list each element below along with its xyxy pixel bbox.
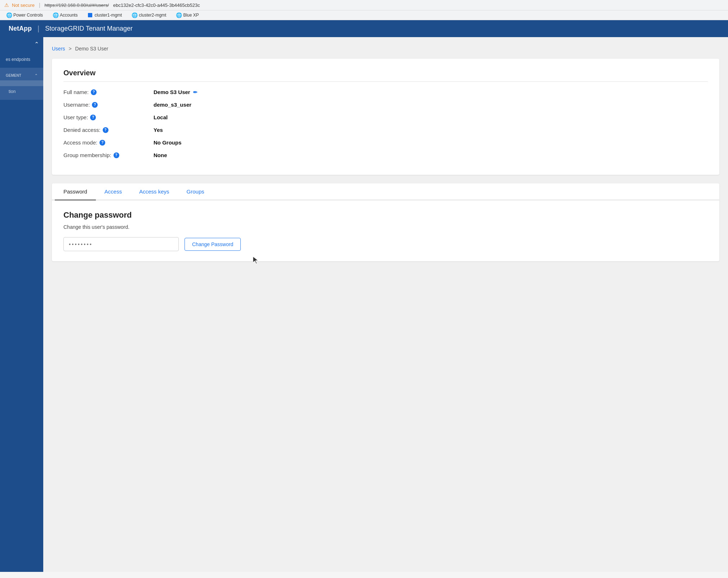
sidebar: ⌃ es endpoints GEMENT ⌃ tion (0, 37, 43, 572)
chevron-up-icon: ⌃ (35, 74, 37, 77)
group-membership-help-icon[interactable]: ? (114, 152, 119, 158)
tab-access-keys[interactable]: Access keys (130, 183, 178, 200)
bookmark-accounts[interactable]: 🌐 Accounts (51, 12, 80, 18)
sidebar-toggle[interactable]: ⌃ (0, 37, 43, 51)
brand-name: NetApp (9, 25, 32, 32)
sidebar-item-endpoints[interactable]: es endpoints (0, 54, 43, 65)
bookmark-label: cluster2-mgmt (139, 13, 166, 18)
overview-row-username: Username: ? demo_s3_user (63, 102, 708, 108)
chevron-up-icon: ⌃ (34, 41, 39, 48)
bookmark-power-controls[interactable]: 🌐 Power Controls (4, 12, 45, 18)
tabs-header: Password Access Access keys Groups (52, 183, 719, 200)
app-title: StorageGRID Tenant Manager (45, 25, 133, 32)
denied-access-label: Denied access: ? (63, 127, 154, 133)
full-name-label: Full name: ? (63, 89, 154, 95)
username-value: demo_s3_user (154, 102, 191, 108)
breadcrumb-parent[interactable]: Users (52, 46, 65, 52)
warning-icon: ⚠ (4, 2, 9, 8)
group-membership-label: Group membership: ? (63, 152, 154, 158)
url-separator: | (39, 2, 40, 8)
app-header: NetApp | StorageGRID Tenant Manager (0, 20, 728, 37)
overview-title: Overview (63, 69, 708, 82)
globe-icon: 🌐 (176, 13, 181, 18)
bookmark-label: Accounts (60, 13, 77, 18)
globe-icon: 🌐 (6, 13, 12, 18)
sidebar-section-endpoints: es endpoints (0, 51, 43, 68)
not-secure-label: Not secure (12, 3, 35, 8)
overview-card: Overview Full name: ? Demo S3 User ✏ Use… (52, 59, 719, 175)
main-layout: ⌃ es endpoints GEMENT ⌃ tion Users > Dem… (0, 37, 728, 572)
tab-groups[interactable]: Groups (178, 183, 213, 200)
change-password-desc: Change this user's password. (63, 224, 708, 230)
bookmark-label: Power Controls (13, 13, 43, 18)
full-name-edit-icon[interactable]: ✏ (193, 89, 197, 95)
breadcrumb: Users > Demo S3 User (52, 46, 719, 52)
access-mode-label: Access mode: ? (63, 139, 154, 146)
overview-row-access-mode: Access mode: ? No Groups (63, 139, 708, 146)
sidebar-item-tion[interactable]: tion (0, 86, 43, 97)
overview-row-denied-access: Denied access: ? Yes (63, 127, 708, 133)
password-input[interactable] (63, 237, 179, 251)
change-password-button[interactable]: Change Password (185, 238, 241, 251)
breadcrumb-separator: > (68, 46, 71, 52)
square-icon (88, 13, 93, 18)
overview-row-group-membership: Group membership: ? None (63, 152, 708, 158)
management-label: GEMENT (6, 74, 21, 77)
endpoints-label: es endpoints (6, 57, 30, 62)
content-area: Users > Demo S3 User Overview Full name:… (43, 37, 728, 572)
bookmarks-bar: 🌐 Power Controls 🌐 Accounts cluster1-mgm… (0, 10, 728, 20)
change-password-title: Change password (63, 210, 708, 220)
url-prefix: https://192.168.0.80/ui/#/users/ (45, 3, 109, 8)
tab-password[interactable]: Password (55, 183, 96, 200)
url-path: ebc132e2-cfc3-42c0-a445-3b4465cb523c (113, 3, 200, 8)
user-type-help-icon[interactable]: ? (90, 115, 96, 120)
denied-access-help-icon[interactable]: ? (103, 127, 108, 133)
username-help-icon[interactable]: ? (92, 102, 98, 108)
full-name-help-icon[interactable]: ? (91, 89, 97, 95)
breadcrumb-current: Demo S3 User (75, 46, 108, 52)
overview-row-user-type: User type: ? Local (63, 114, 708, 120)
denied-access-value: Yes (154, 127, 163, 133)
group-membership-value: None (154, 152, 167, 158)
access-mode-help-icon[interactable]: ? (99, 140, 105, 146)
bookmark-label: Blue XP (183, 13, 199, 18)
sidebar-item-users[interactable] (0, 80, 43, 86)
bookmark-blue-xp[interactable]: 🌐 Blue XP (174, 12, 201, 18)
tab-content-password: Change password Change this user's passw… (52, 200, 719, 261)
user-type-value: Local (154, 114, 168, 120)
bookmark-cluster2[interactable]: 🌐 cluster2-mgmt (130, 12, 168, 18)
bookmark-label: cluster1-mgmt (94, 13, 122, 18)
username-label: Username: ? (63, 102, 154, 108)
globe-icon: 🌐 (53, 13, 58, 18)
globe-icon: 🌐 (132, 13, 137, 18)
overview-row-full-name: Full name: ? Demo S3 User ✏ (63, 89, 708, 95)
full-name-value: Demo S3 User ✏ (154, 89, 197, 95)
sidebar-item-label: tion (9, 89, 15, 94)
browser-bar: ⚠ Not secure | https://192.168.0.80/ui/#… (0, 0, 728, 10)
bookmark-cluster1[interactable]: cluster1-mgmt (85, 12, 124, 18)
user-type-label: User type: ? (63, 114, 154, 120)
tabs-container: Password Access Access keys Groups Chang… (52, 183, 719, 261)
tab-access[interactable]: Access (96, 183, 130, 200)
access-mode-value: No Groups (154, 139, 182, 146)
sidebar-management-header: GEMENT ⌃ (0, 71, 43, 80)
sidebar-section-management: GEMENT ⌃ tion (0, 68, 43, 100)
header-divider: | (37, 25, 39, 33)
password-row: Change Password (63, 237, 708, 251)
